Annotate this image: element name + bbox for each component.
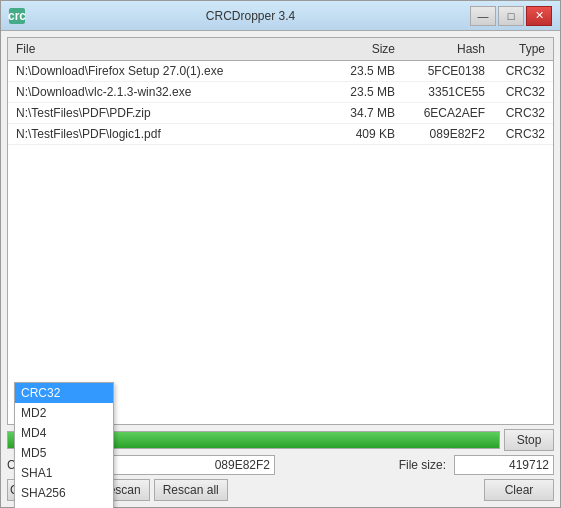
app-icon-label: crc [8,9,26,23]
table-body: N:\Download\Firefox Setup 27.0(1).exe 23… [8,61,553,424]
dropdown-item-md5[interactable]: MD5 [15,443,113,463]
cell-file: N:\Download\vlc-2.1.3-win32.exe [12,83,319,101]
cell-size: 23.5 MB [319,62,399,80]
cell-size: 409 KB [319,125,399,143]
cell-type: CRC32 [489,83,549,101]
dropdown-item-sha384[interactable]: SHA384 [15,503,113,508]
table-row[interactable]: N:\TestFiles\PDF\logic1.pdf 409 KB 089E8… [8,124,553,145]
cell-file: N:\Download\Firefox Setup 27.0(1).exe [12,62,319,80]
dropdown-item-sha256[interactable]: SHA256 [15,483,113,503]
close-button[interactable]: ✕ [526,6,552,26]
dropdown-item-sha1[interactable]: SHA1 [15,463,113,483]
table-row[interactable]: N:\Download\Firefox Setup 27.0(1).exe 23… [8,61,553,82]
file-table: File Size Hash Type N:\Download\Firefox … [7,37,554,425]
main-window: crc CRCDropper 3.4 — □ ✕ File Size Hash … [0,0,561,508]
column-header-file: File [12,40,319,58]
table-row[interactable]: N:\Download\vlc-2.1.3-win32.exe 23.5 MB … [8,82,553,103]
window-controls: — □ ✕ [470,6,552,26]
column-header-type: Type [489,40,549,58]
dropdown-item-md2[interactable]: MD2 [15,403,113,423]
cell-file: N:\TestFiles\PDF\logic1.pdf [12,125,319,143]
dropdown-menu: CRC32MD2MD4MD5SHA1SHA256SHA384SHA512CRC1… [14,382,114,508]
stop-button[interactable]: Stop [504,429,554,451]
column-header-hash: Hash [399,40,489,58]
cell-type: CRC32 [489,62,549,80]
cell-hash: 6ECA2AEF [399,104,489,122]
maximize-button[interactable]: □ [498,6,524,26]
cell-hash: 3351CE55 [399,83,489,101]
filesize-label: File size: [399,458,446,472]
cell-file: N:\TestFiles\PDF\PDF.zip [12,104,319,122]
cell-size: 34.7 MB [319,104,399,122]
clear-button[interactable]: Clear [484,479,554,501]
app-icon: crc [9,8,25,24]
cell-type: CRC32 [489,104,549,122]
cell-type: CRC32 [489,125,549,143]
minimize-button[interactable]: — [470,6,496,26]
table-header: File Size Hash Type [8,38,553,61]
filesize-input[interactable] [454,455,554,475]
table-row[interactable]: N:\TestFiles\PDF\PDF.zip 34.7 MB 6ECA2AE… [8,103,553,124]
dropdown-item-crc32[interactable]: CRC32 [15,383,113,403]
cell-hash: 089E82F2 [399,125,489,143]
column-header-size: Size [319,40,399,58]
window-title: CRCDropper 3.4 [31,9,470,23]
cell-size: 23.5 MB [319,83,399,101]
title-bar: crc CRCDropper 3.4 — □ ✕ [1,1,560,31]
rescan-all-button[interactable]: Rescan all [154,479,228,501]
dropdown-item-md4[interactable]: MD4 [15,423,113,443]
cell-hash: 5FCE0138 [399,62,489,80]
